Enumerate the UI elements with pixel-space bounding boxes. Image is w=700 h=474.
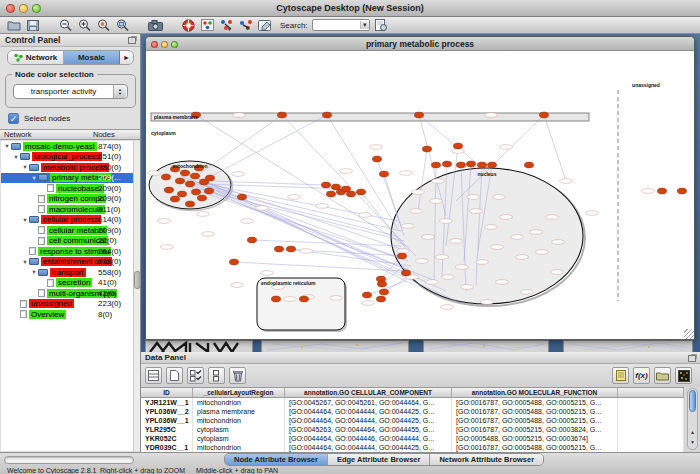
tree-row[interactable]: ▼transport558(0) bbox=[1, 267, 133, 278]
attribute-table-icon[interactable] bbox=[145, 367, 162, 384]
function-builder-icon[interactable]: f(x) bbox=[633, 367, 650, 384]
node-label[interactable] bbox=[481, 300, 494, 305]
combo-stepper-icon[interactable]: ▲▼ bbox=[113, 85, 126, 98]
node-label[interactable] bbox=[410, 209, 423, 214]
node[interactable] bbox=[286, 246, 295, 252]
node-label[interactable] bbox=[500, 215, 513, 220]
node-label[interactable] bbox=[148, 171, 161, 176]
node[interactable] bbox=[539, 112, 548, 118]
tree-row[interactable]: ▼primary metabol209(... bbox=[1, 173, 133, 184]
edge[interactable] bbox=[544, 115, 566, 181]
matrix-view-icon[interactable] bbox=[675, 367, 692, 384]
node-label[interactable] bbox=[202, 232, 215, 237]
node[interactable] bbox=[376, 296, 385, 302]
node-label[interactable] bbox=[430, 199, 443, 204]
node[interactable] bbox=[326, 191, 335, 197]
node-label[interactable] bbox=[440, 219, 453, 224]
tab-edge-attribute-browser[interactable]: Edge Attribute Browser bbox=[328, 454, 430, 465]
node-label[interactable] bbox=[284, 297, 297, 302]
node[interactable] bbox=[379, 171, 388, 177]
edge[interactable] bbox=[282, 115, 416, 256]
node-label[interactable] bbox=[340, 169, 353, 174]
table-row[interactable]: YPL036W__1mitochondrion[GO:0044464, GO:0… bbox=[141, 416, 684, 425]
node[interactable] bbox=[456, 162, 465, 168]
network-canvas[interactable]: plasma membranecytoplasmmitochondrionnuc… bbox=[146, 51, 694, 339]
node[interactable] bbox=[229, 259, 238, 265]
tree-row[interactable]: nitrogen compo209(0) bbox=[1, 194, 133, 205]
table-column-header[interactable]: annotation.GO CELLULAR_COMPONENT bbox=[285, 388, 452, 397]
open-session-icon[interactable] bbox=[6, 18, 21, 32]
node-label[interactable] bbox=[422, 235, 435, 240]
node-label[interactable] bbox=[470, 209, 483, 214]
tree-row[interactable]: ▼mosaic-demo-yeast874(0) bbox=[1, 141, 133, 152]
node-label[interactable] bbox=[161, 245, 174, 250]
node[interactable] bbox=[185, 201, 194, 207]
tree-row[interactable]: ▼cellular process614(0) bbox=[1, 215, 133, 226]
node-label[interactable] bbox=[442, 275, 455, 280]
tree-row[interactable]: macromolecule311(0) bbox=[1, 204, 133, 215]
node-label[interactable] bbox=[552, 240, 565, 245]
table-row[interactable]: YDR039C__1mitochondrion[GO:0044464, GO:0… bbox=[141, 443, 684, 452]
save-session-icon[interactable] bbox=[25, 18, 40, 32]
search-input[interactable]: ▾ bbox=[312, 19, 370, 31]
select-first-neighbors-alt-icon[interactable] bbox=[238, 18, 253, 32]
tab-node-attribute-browser[interactable]: Node Attribute Browser bbox=[225, 454, 328, 465]
tree-row[interactable]: secretion41(0) bbox=[1, 278, 133, 289]
plugin-manager-icon[interactable] bbox=[374, 18, 389, 32]
tab-overflow-arrow[interactable]: ► bbox=[120, 51, 133, 64]
delete-attribute-icon[interactable] bbox=[229, 367, 246, 384]
expander-icon[interactable]: ▼ bbox=[21, 217, 29, 223]
tree-row[interactable]: cell communicat22(0) bbox=[1, 236, 133, 247]
node-label[interactable] bbox=[461, 285, 474, 290]
zoom-selected-icon[interactable] bbox=[96, 18, 111, 32]
node[interactable] bbox=[177, 191, 186, 197]
node-label[interactable] bbox=[586, 211, 599, 216]
tab-network[interactable]: Network bbox=[8, 51, 64, 64]
node-label[interactable] bbox=[231, 283, 244, 288]
tree-row[interactable]: ▼metabolic process280(0) bbox=[1, 162, 133, 173]
node[interactable] bbox=[677, 188, 686, 194]
expander-icon[interactable]: ▼ bbox=[21, 164, 29, 170]
node[interactable] bbox=[190, 173, 199, 179]
node[interactable] bbox=[161, 174, 170, 180]
node-label[interactable] bbox=[400, 171, 413, 176]
node-label[interactable] bbox=[432, 179, 445, 184]
table-row[interactable]: YPL036W__2plasma membrane[GO:0044464, GO… bbox=[141, 407, 684, 416]
node[interactable] bbox=[356, 189, 365, 195]
region-plasma-membrane[interactable] bbox=[151, 113, 589, 121]
node[interactable] bbox=[657, 188, 666, 194]
tree-row[interactable]: Overview8(0) bbox=[1, 309, 133, 320]
zoom-button[interactable] bbox=[171, 41, 178, 48]
node[interactable] bbox=[362, 292, 371, 298]
network-window[interactable]: primary metabolic process plasma membran… bbox=[145, 36, 695, 340]
node-label[interactable] bbox=[467, 195, 480, 200]
node-label[interactable] bbox=[370, 145, 383, 150]
node-label[interactable] bbox=[496, 280, 509, 285]
resize-grip[interactable] bbox=[684, 329, 694, 339]
vizmapper-icon[interactable] bbox=[200, 18, 215, 32]
search-dropdown-arrow[interactable]: ▾ bbox=[360, 21, 369, 29]
node[interactable] bbox=[299, 296, 308, 302]
node[interactable] bbox=[274, 246, 283, 252]
node[interactable] bbox=[401, 270, 410, 276]
node-label[interactable] bbox=[316, 204, 329, 209]
minimize-button[interactable] bbox=[19, 4, 28, 13]
node-label[interactable] bbox=[359, 213, 372, 218]
node-label[interactable] bbox=[642, 189, 655, 194]
select-first-neighbors-icon[interactable] bbox=[219, 18, 234, 32]
node-label[interactable] bbox=[426, 280, 439, 285]
expander-icon[interactable]: ▼ bbox=[12, 154, 20, 160]
node-label[interactable] bbox=[397, 249, 410, 254]
node[interactable] bbox=[397, 253, 406, 259]
tree-row[interactable]: ▼establishment of lo558(0) bbox=[1, 257, 133, 268]
tree-scrollbar[interactable] bbox=[133, 141, 140, 451]
tree-row[interactable]: multi-organism pro42(0) bbox=[1, 288, 133, 299]
expander-icon[interactable]: ▼ bbox=[21, 259, 29, 265]
zoom-fit-icon[interactable] bbox=[115, 18, 130, 32]
node-label[interactable] bbox=[197, 212, 210, 217]
node-label[interactable] bbox=[530, 230, 543, 235]
select-attributes-icon[interactable] bbox=[187, 367, 204, 384]
node-label[interactable] bbox=[485, 113, 498, 118]
node-label[interactable] bbox=[500, 145, 513, 150]
tab-mosaic[interactable]: Mosaic bbox=[64, 51, 120, 64]
